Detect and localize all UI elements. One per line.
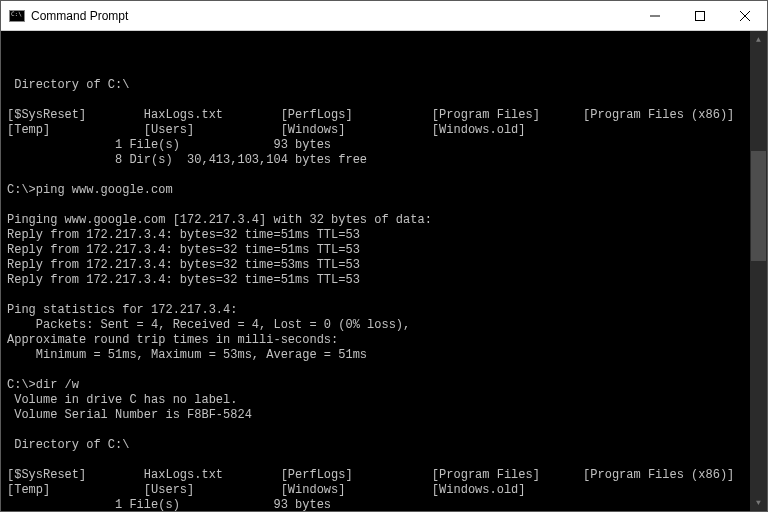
terminal-line: Volume in drive C has no label. — [7, 393, 767, 408]
terminal-line — [7, 363, 767, 378]
command-prompt-window: Command Prompt Directory of C:\ [$SysRes… — [0, 0, 768, 512]
vertical-scrollbar[interactable]: ▲ ▼ — [750, 31, 767, 511]
terminal-line: 1 File(s) 93 bytes — [7, 498, 767, 511]
terminal-line: Minimum = 51ms, Maximum = 53ms, Average … — [7, 348, 767, 363]
terminal-line: [$SysReset] HaxLogs.txt [PerfLogs] [Prog… — [7, 468, 767, 483]
terminal-area[interactable]: Directory of C:\ [$SysReset] HaxLogs.txt… — [1, 31, 767, 511]
terminal-line: Directory of C:\ — [7, 438, 767, 453]
minimize-icon — [650, 11, 660, 21]
terminal-line — [7, 453, 767, 468]
terminal-line: C:\>dir /w — [7, 378, 767, 393]
terminal-line — [7, 63, 767, 78]
scroll-down-arrow-icon[interactable]: ▼ — [750, 494, 767, 511]
terminal-line — [7, 168, 767, 183]
titlebar[interactable]: Command Prompt — [1, 1, 767, 31]
maximize-icon — [695, 11, 705, 21]
close-button[interactable] — [722, 1, 767, 30]
terminal-line: Approximate round trip times in milli-se… — [7, 333, 767, 348]
terminal-line: Reply from 172.217.3.4: bytes=32 time=53… — [7, 258, 767, 273]
window-title: Command Prompt — [31, 9, 632, 23]
maximize-button[interactable] — [677, 1, 722, 30]
terminal-line: 8 Dir(s) 30,413,103,104 bytes free — [7, 153, 767, 168]
terminal-line — [7, 423, 767, 438]
terminal-line: Reply from 172.217.3.4: bytes=32 time=51… — [7, 228, 767, 243]
terminal-line: Directory of C:\ — [7, 78, 767, 93]
terminal-line — [7, 288, 767, 303]
terminal-output: Directory of C:\ [$SysReset] HaxLogs.txt… — [7, 63, 767, 511]
close-icon — [740, 11, 750, 21]
minimize-button[interactable] — [632, 1, 677, 30]
terminal-line — [7, 198, 767, 213]
terminal-line: Reply from 172.217.3.4: bytes=32 time=51… — [7, 243, 767, 258]
svg-rect-1 — [695, 11, 704, 20]
terminal-line: [Temp] [Users] [Windows] [Windows.old] — [7, 123, 767, 138]
window-controls — [632, 1, 767, 30]
cmd-icon — [9, 10, 25, 22]
terminal-line: Pinging www.google.com [172.217.3.4] wit… — [7, 213, 767, 228]
scrollbar-thumb[interactable] — [751, 151, 766, 261]
scroll-up-arrow-icon[interactable]: ▲ — [750, 31, 767, 48]
terminal-line: Volume Serial Number is F8BF-5824 — [7, 408, 767, 423]
terminal-line: [Temp] [Users] [Windows] [Windows.old] — [7, 483, 767, 498]
terminal-line: 1 File(s) 93 bytes — [7, 138, 767, 153]
terminal-line: Reply from 172.217.3.4: bytes=32 time=51… — [7, 273, 767, 288]
terminal-line — [7, 93, 767, 108]
terminal-line: Packets: Sent = 4, Received = 4, Lost = … — [7, 318, 767, 333]
terminal-line: Ping statistics for 172.217.3.4: — [7, 303, 767, 318]
terminal-line: [$SysReset] HaxLogs.txt [PerfLogs] [Prog… — [7, 108, 767, 123]
terminal-line: C:\>ping www.google.com — [7, 183, 767, 198]
